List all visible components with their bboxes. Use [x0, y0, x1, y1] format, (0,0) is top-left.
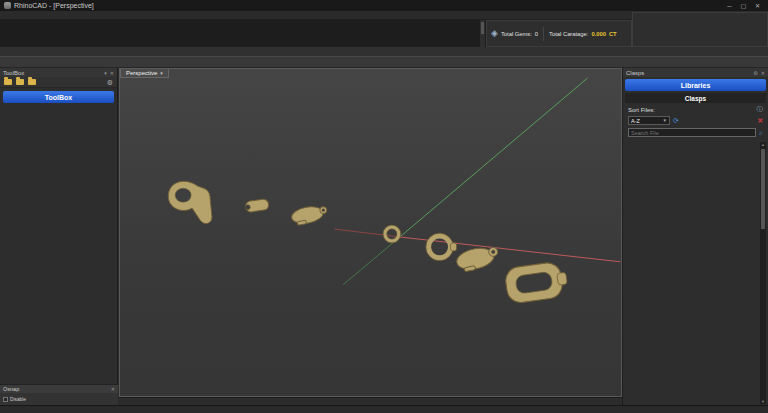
sort-order-value: A-Z — [631, 118, 640, 124]
folder-icon[interactable] — [16, 79, 24, 85]
model-lobster-clasp-large — [455, 245, 498, 272]
info-icon[interactable]: ⓘ — [757, 105, 764, 114]
chevron-down-icon[interactable]: ▾ — [104, 70, 107, 76]
folder-icon[interactable] — [4, 79, 12, 85]
viewport-3d[interactable]: Perspective ▾ — [119, 68, 622, 397]
viewport-tab-strip — [119, 397, 622, 405]
disable-label: Disable — [10, 397, 26, 402]
status-bar — [0, 405, 768, 413]
model-buckle-clasp — [504, 260, 569, 304]
gear-icon[interactable]: ⚙ — [753, 70, 757, 76]
library-caption-label: Clasps — [626, 70, 644, 76]
title-bar: RhinoCAD - [Perspective] ─ ▢ ✕ — [0, 0, 768, 11]
total-caratage-value: 0.000 — [591, 31, 606, 37]
mode-button-bar — [632, 12, 768, 47]
clear-filter-icon[interactable]: ✕ — [757, 117, 763, 125]
toolbox-panel: ToolBox ▾ ✕ ⚙ ToolBox Osnap ✕ Disable — [0, 68, 118, 405]
toolbox-file-row: ⚙ — [0, 77, 117, 88]
close-icon[interactable]: ✕ — [751, 1, 764, 10]
close-icon[interactable]: ✕ — [110, 70, 114, 76]
viewport-tab[interactable]: Perspective ▾ — [120, 69, 169, 78]
osnap-title: Osnap — [3, 386, 19, 392]
command-scrollbar[interactable] — [480, 20, 485, 47]
toolbar-tabs — [0, 47, 768, 56]
total-caratage-label: Total Caratage: — [549, 31, 588, 37]
toolbox-caption-label: ToolBox — [3, 70, 24, 76]
total-gems-label: Total Gems: — [501, 31, 532, 37]
toolbox-panel-caption[interactable]: ToolBox ▾ ✕ — [0, 68, 117, 77]
window-controls: ─ ▢ ✕ — [723, 1, 764, 10]
app-icon — [4, 2, 11, 9]
osnap-disable[interactable]: Disable — [0, 396, 118, 405]
diamond-icon: ◈ — [491, 29, 498, 38]
command-history[interactable] — [0, 20, 486, 47]
model-hook-clasp — [168, 181, 212, 223]
minimize-icon[interactable]: ─ — [723, 1, 736, 10]
gear-icon[interactable]: ⚙ — [107, 79, 113, 86]
close-icon[interactable]: ✕ — [111, 386, 115, 392]
close-icon[interactable]: ✕ — [761, 70, 765, 76]
toolbox-header: ToolBox — [3, 91, 114, 103]
icon-toolbar — [0, 56, 768, 68]
chevron-down-icon: ▼ — [663, 118, 667, 123]
disable-checkbox[interactable] — [3, 397, 8, 402]
scroll-up-icon[interactable]: ▲ — [760, 142, 766, 147]
divider — [543, 27, 544, 41]
viewport-canvas — [120, 69, 621, 396]
libraries-header[interactable]: Libraries — [625, 79, 766, 91]
application-window: RhinoCAD - [Perspective] ─ ▢ ✕ ◈ Total G… — [0, 0, 768, 413]
window-title: RhinoCAD - [Perspective] — [14, 2, 94, 9]
model-connector — [245, 199, 269, 213]
library-panel: Clasps ⚙ ✕ Libraries Clasps Sort Files: … — [622, 68, 768, 405]
library-scrollbar[interactable]: ▲ ▼ — [760, 142, 766, 404]
chevron-down-icon: ▾ — [160, 70, 163, 76]
total-gems-value: 0 — [535, 31, 538, 37]
sort-files-label: Sort Files: — [628, 107, 655, 113]
caratage-unit: CT — [609, 31, 617, 37]
folder-icon[interactable] — [28, 79, 36, 85]
viewport-tab-label: Perspective — [126, 70, 157, 76]
refresh-icon[interactable]: ⟳ — [673, 117, 679, 125]
library-grid — [627, 142, 758, 404]
scrollbar-thumb[interactable] — [761, 149, 765, 229]
sort-order-select[interactable]: A-Z ▼ — [628, 116, 670, 125]
library-panel-caption[interactable]: Clasps ⚙ ✕ — [623, 68, 768, 77]
model-lobster-clasp-small — [290, 205, 326, 226]
scroll-down-icon[interactable]: ▼ — [760, 399, 766, 404]
browse-folder-icon[interactable]: ⌕ — [759, 129, 763, 137]
library-title: Clasps — [625, 93, 766, 103]
model-round-clasp — [426, 233, 457, 261]
maximize-icon[interactable]: ▢ — [737, 1, 750, 10]
search-input[interactable] — [628, 128, 756, 137]
gem-totals-panel: ◈ Total Gems: 0 Total Caratage: 0.000 CT — [486, 20, 632, 47]
osnap-panel: Osnap ✕ Disable — [0, 384, 118, 405]
model-jump-ring — [383, 225, 401, 243]
